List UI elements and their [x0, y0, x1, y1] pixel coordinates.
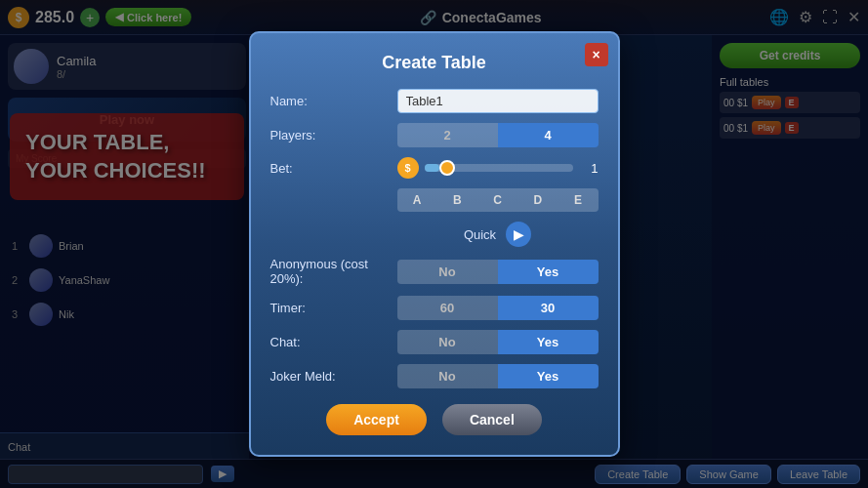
- bet-slider-track[interactable]: [425, 164, 573, 172]
- players-2-button[interactable]: 2: [397, 123, 498, 147]
- name-row: Name:: [270, 89, 599, 113]
- timer-control: 60 30: [397, 296, 599, 320]
- timer-60-button[interactable]: 60: [397, 296, 498, 320]
- chat-modal-label: Chat:: [270, 335, 397, 349]
- cancel-button[interactable]: Cancel: [442, 404, 542, 435]
- anonymous-no-button[interactable]: No: [397, 260, 498, 284]
- anonymous-yes-button[interactable]: Yes: [498, 260, 599, 284]
- players-row: Players: 2 4: [270, 123, 599, 147]
- level-row: A B C D E: [270, 188, 599, 212]
- timer-label: Timer:: [270, 301, 397, 315]
- chat-row: Chat: No Yes: [270, 330, 599, 354]
- level-control: A B C D E: [397, 188, 599, 212]
- quick-play-button[interactable]: ▶: [506, 222, 531, 247]
- quick-label: Quick: [464, 227, 496, 242]
- joker-no-button[interactable]: No: [397, 364, 498, 388]
- players-toggle: 2 4: [397, 123, 599, 147]
- quick-row: Quick ▶: [270, 222, 599, 247]
- anonymous-row: Anonymous (cost 20%): No Yes: [270, 257, 599, 286]
- bet-slider-row: $ 1: [397, 157, 599, 179]
- level-a-button[interactable]: A: [397, 188, 437, 212]
- accept-button[interactable]: Accept: [326, 404, 427, 435]
- chat-toggle: No Yes: [397, 330, 599, 354]
- modal-footer: Accept Cancel: [270, 404, 599, 435]
- level-b-button[interactable]: B: [437, 188, 477, 212]
- timer-30-button[interactable]: 30: [498, 296, 599, 320]
- create-table-modal: Create Table × Name: Players: 2 4 Bet:: [249, 31, 620, 457]
- joker-row: Joker Meld: No Yes: [270, 364, 599, 388]
- level-d-button[interactable]: D: [517, 188, 558, 212]
- bet-slider-thumb[interactable]: [439, 160, 455, 176]
- name-label: Name:: [270, 94, 397, 108]
- modal-close-button[interactable]: ×: [585, 43, 608, 66]
- quick-control: Quick ▶: [397, 222, 599, 247]
- modal-overlay: Create Table × Name: Players: 2 4 Bet:: [0, 0, 868, 488]
- name-control: [397, 89, 599, 113]
- chat-control: No Yes: [397, 330, 599, 354]
- timer-toggle: 60 30: [397, 296, 599, 320]
- level-buttons: A B C D E: [397, 188, 599, 212]
- bet-row: Bet: $ 1: [270, 157, 599, 179]
- joker-label: Joker Meld:: [270, 369, 397, 384]
- modal-title: Create Table: [270, 53, 599, 73]
- bet-slider-fill: [425, 164, 439, 172]
- chat-no-button[interactable]: No: [397, 330, 498, 354]
- bet-coin-icon: $: [397, 157, 419, 179]
- timer-row: Timer: 60 30: [270, 296, 599, 320]
- level-c-button[interactable]: C: [477, 188, 517, 212]
- anonymous-label: Anonymous (cost 20%):: [270, 257, 397, 286]
- players-4-button[interactable]: 4: [498, 123, 599, 147]
- anonymous-toggle: No Yes: [397, 260, 599, 284]
- bet-label: Bet:: [270, 161, 397, 176]
- name-input[interactable]: [397, 89, 599, 113]
- bet-control: $ 1: [397, 157, 599, 179]
- players-label: Players:: [270, 128, 397, 142]
- quick-container: Quick ▶: [397, 222, 599, 247]
- players-control: 2 4: [397, 123, 599, 147]
- chat-yes-button[interactable]: Yes: [498, 330, 599, 354]
- bet-value: 1: [579, 161, 599, 176]
- joker-toggle: No Yes: [397, 364, 599, 388]
- level-e-button[interactable]: E: [558, 188, 598, 212]
- anonymous-control: No Yes: [397, 260, 599, 284]
- joker-control: No Yes: [397, 364, 599, 388]
- joker-yes-button[interactable]: Yes: [498, 364, 599, 388]
